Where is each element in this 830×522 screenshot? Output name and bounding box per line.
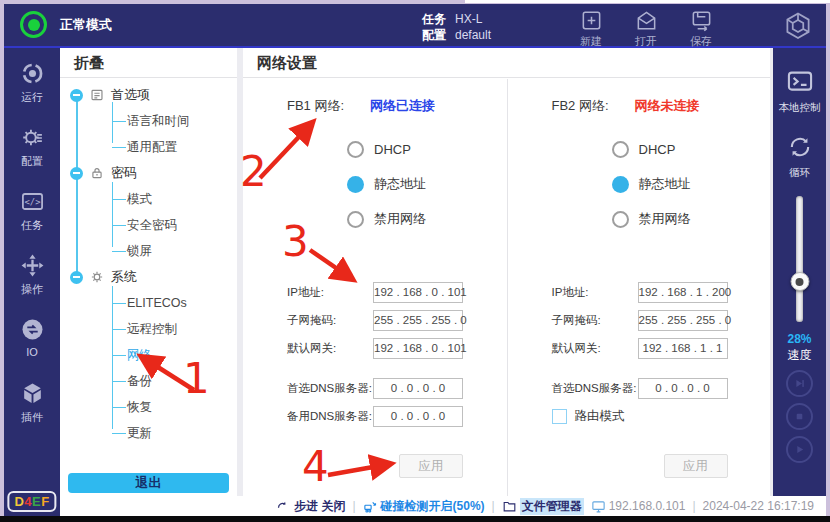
mode-label: 正常模式 <box>60 16 112 34</box>
exit-button[interactable]: 退出 <box>68 473 229 493</box>
rail-item-plugin[interactable]: 插件 <box>4 368 60 432</box>
save-icon <box>690 9 713 32</box>
monitor-icon <box>591 499 606 514</box>
brand-cube-logo[interactable] <box>783 11 813 41</box>
radio-circle-checked-icon <box>612 176 629 193</box>
run-icon <box>20 61 45 86</box>
tree-item-label: 通用配置 <box>127 139 177 156</box>
fb2-apply-button[interactable]: 应用 <box>664 454 728 478</box>
tree-item-safety-password[interactable]: 安全密码 <box>60 212 237 238</box>
fb-columns: FB1 网络: 网络已连接 DHCP 静态地址 禁用网络 <box>243 79 770 496</box>
fb2-radio-static[interactable]: 静态地址 <box>612 172 771 196</box>
tree-item-label: 备份 <box>127 373 152 390</box>
step-next-button[interactable] <box>786 370 813 397</box>
save-button[interactable]: 保存 <box>680 9 722 49</box>
rail-item-io[interactable]: IO <box>4 304 60 368</box>
fb1-radio-dhcp[interactable]: DHCP <box>347 137 507 161</box>
ip-text: 192.168.0.101 <box>609 499 686 513</box>
fb1-dns2-input[interactable]: 0 . 0 . 0 . 0 <box>373 406 463 427</box>
fb2-gateway-input[interactable]: 192 . 168 . 1 . 1 <box>638 338 728 359</box>
badge-char: E <box>32 494 41 509</box>
top-bar: 正常模式 任务 HX-L 配置 default 新建 <box>4 4 826 48</box>
move-arrows-icon <box>20 253 45 278</box>
fb1-ip-label: IP地址: <box>287 285 373 300</box>
speed-slider-thumb[interactable] <box>790 272 809 291</box>
fb2-radio-disable[interactable]: 禁用网络 <box>612 207 771 231</box>
fb2-dns1-input[interactable]: 0 . 0 . 0 . 0 <box>638 378 728 399</box>
tree-item-label: ELITECOs <box>127 296 187 310</box>
step-mode-text: 步进 关闭 <box>294 498 345 515</box>
fb1-mask-input[interactable]: 255 . 255 . 255 . 0 <box>373 310 463 331</box>
fb1-gateway-input[interactable]: 192 . 168 . 0 . 101 <box>373 338 463 359</box>
fb2-route-mode[interactable]: 路由模式 <box>552 403 771 430</box>
local-control-item[interactable]: 本地控制 <box>773 48 826 115</box>
mode-indicator[interactable]: 正常模式 <box>20 11 112 38</box>
tree-item-elitecos[interactable]: ELITECOs <box>60 290 237 316</box>
tree-item-update[interactable]: 更新 <box>60 420 237 446</box>
tree-item-label: 远程控制 <box>127 321 177 338</box>
tree-item-lock-screen[interactable]: 锁屏 <box>60 238 237 264</box>
new-button[interactable]: 新建 <box>570 9 612 49</box>
fb2-gateway-label: 默认网关: <box>552 341 638 356</box>
fb1-dns1-input[interactable]: 0 . 0 . 0 . 0 <box>373 378 463 399</box>
play-button[interactable] <box>786 436 813 463</box>
rail-item-run[interactable]: 运行 <box>4 48 60 112</box>
step-mode-status[interactable]: 步进 关闭 <box>276 498 345 515</box>
tree-item-remote-control[interactable]: 远程控制 <box>60 316 237 342</box>
tree-group-system[interactable]: 系统 <box>60 264 237 290</box>
tree-item-restore[interactable]: 恢复 <box>60 394 237 420</box>
rail-item-operate[interactable]: 操作 <box>4 240 60 304</box>
fb1-radio-disable[interactable]: 禁用网络 <box>347 207 507 231</box>
left-rail: 运行 配置 </> 任务 操作 <box>4 48 60 516</box>
tree-item-network[interactable]: 网络 <box>60 342 237 368</box>
tree-group-password[interactable]: 密码 <box>60 160 237 186</box>
collapse-node-icon[interactable] <box>70 167 83 180</box>
status-bar: 步进 关闭 | 碰撞检测开启(50%) | 文件管理器 192.168.0.10… <box>60 496 826 516</box>
fb1-ip-input[interactable]: 192 . 168 . 0 . 101 <box>373 282 463 303</box>
file-manager-item[interactable]: 文件管理器 <box>502 498 584 515</box>
task-value: HX-L <box>455 11 482 27</box>
fb2-mask-label: 子网掩码: <box>552 313 638 328</box>
speed-value: 28% <box>773 332 826 346</box>
fb1-apply-button[interactable]: 应用 <box>399 454 463 478</box>
speed-slider-track[interactable] <box>796 196 803 322</box>
fb2-radio-dhcp[interactable]: DHCP <box>612 137 771 161</box>
collision-detect-status[interactable]: 碰撞检测开启(50%) <box>363 498 485 515</box>
tree-group-preferences[interactable]: 首选项 <box>60 82 237 108</box>
collision-icon <box>363 499 378 514</box>
rail-label-task: 任务 <box>21 218 43 233</box>
badge-char: 4 <box>24 494 32 509</box>
tree-item-mode[interactable]: 模式 <box>60 186 237 212</box>
new-file-icon <box>580 9 603 32</box>
new-button-label: 新建 <box>580 34 602 49</box>
tree-item-general-config[interactable]: 通用配置 <box>60 134 237 160</box>
radio-label: 禁用网络 <box>374 210 426 228</box>
task-label: 任务 <box>422 11 446 27</box>
fb1-label: FB1 网络: <box>287 97 344 115</box>
fb1-header: FB1 网络: 网络已连接 <box>287 97 507 115</box>
rail-label-config: 配置 <box>21 154 43 169</box>
loop-item[interactable]: 循环 <box>773 115 826 180</box>
stop-button[interactable] <box>786 403 813 430</box>
rail-label-run: 运行 <box>21 90 43 105</box>
fb2-column: FB2 网络: 网络未连接 DHCP 静态地址 禁用网络 <box>507 79 771 496</box>
open-button[interactable]: 打开 <box>625 9 667 49</box>
collapse-node-icon[interactable] <box>70 271 83 284</box>
fb2-ip-input[interactable]: 192 . 168 . 1 . 200 <box>638 282 728 303</box>
fb2-mask-input[interactable]: 255 . 255 . 255 . 0 <box>638 310 728 331</box>
rail-item-config[interactable]: 配置 <box>4 112 60 176</box>
rail-item-task[interactable]: </> 任务 <box>4 176 60 240</box>
fb1-column: FB1 网络: 网络已连接 DHCP 静态地址 禁用网络 <box>243 79 507 496</box>
config-gear-icon <box>20 125 45 150</box>
separator: | <box>492 499 495 513</box>
stop-icon <box>792 409 807 424</box>
collapse-node-icon[interactable] <box>70 89 83 102</box>
fb1-radio-static[interactable]: 静态地址 <box>347 172 507 196</box>
tree-item-backup[interactable]: 备份 <box>60 368 237 394</box>
route-mode-checkbox[interactable] <box>552 409 567 424</box>
fb2-ip-fields: IP地址: 192 . 168 . 1 . 200 子网掩码: 255 . 25… <box>552 279 771 430</box>
loop-label: 循环 <box>789 166 810 180</box>
right-rail: 本地控制 循环 28% 速度 <box>773 48 826 496</box>
task-code-icon: </> <box>20 189 45 214</box>
tree-item-language-time[interactable]: 语言和时间 <box>60 108 237 134</box>
